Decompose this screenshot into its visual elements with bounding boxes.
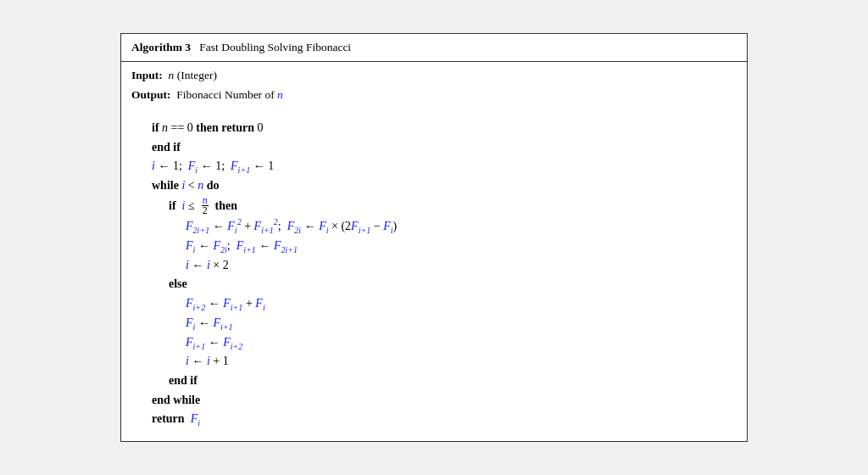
algorithm-title: Fast Doubling Solving Fibonacci	[199, 41, 351, 53]
line-init: i ← 1; Fi ← 1; Fi+1 ← 1	[135, 157, 733, 176]
line-f2i1: F2i+1 ← Fi2 + Fi+12; F2i ← Fi × (2Fi+1 −…	[135, 217, 733, 236]
input-desc: n	[169, 69, 175, 81]
input-label: Input:	[131, 69, 163, 81]
line-fi-assign: Fi ← F2i; Fi+1 ← F2i+1	[135, 237, 733, 255]
line-end-if-2: end if	[135, 372, 733, 390]
line-if-n0: if n == 0 then return 0	[135, 119, 733, 137]
line-return: return Fi	[135, 410, 733, 428]
line-if-le: if i ≤ n2 then	[135, 196, 733, 217]
line-fi2-assign: Fi+2 ← Fi+1 + Fi	[135, 294, 733, 313]
algorithm-label: Algorithm 3	[131, 41, 191, 53]
line-i-times2: i ← i × 2	[135, 256, 733, 275]
line-while: while i < n do	[135, 176, 733, 195]
output-line: Output: Fibonacci Number of n	[131, 87, 737, 104]
output-label: Output:	[131, 88, 171, 101]
line-fi1-fi2: Fi+1 ← Fi+2	[135, 333, 733, 352]
line-i-plus1: i ← i + 1	[135, 352, 733, 371]
algorithm-body: if n == 0 then return 0 end if i ← 1; Fi…	[121, 109, 747, 441]
line-fi-fi1: Fi ← Fi+1	[135, 314, 733, 332]
algorithm-box: Algorithm 3 Fast Doubling Solving Fibona…	[120, 33, 748, 442]
line-end-while: end while	[135, 391, 733, 410]
line-else: else	[135, 275, 733, 293]
algorithm-header: Algorithm 3 Fast Doubling Solving Fibona…	[121, 34, 747, 62]
algorithm-io: Input: n (Integer) Output: Fibonacci Num…	[121, 62, 747, 109]
line-end-if-1: end if	[135, 138, 733, 157]
input-line: Input: n (Integer)	[131, 67, 737, 85]
output-n: n	[277, 88, 283, 101]
